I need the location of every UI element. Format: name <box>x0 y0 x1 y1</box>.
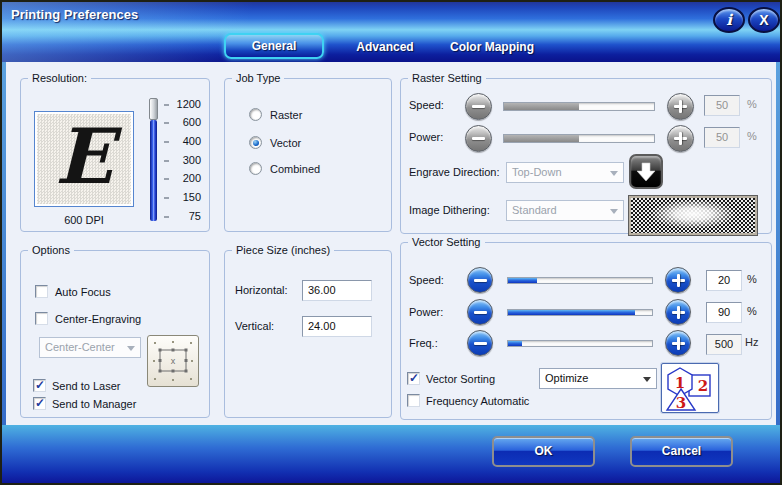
checkbox-send-to-laser[interactable] <box>33 379 46 392</box>
svg-text:2: 2 <box>698 377 708 395</box>
svg-text:1: 1 <box>675 374 685 392</box>
vector-freq-plus-button[interactable] <box>665 330 691 356</box>
radio-button[interactable] <box>249 108 262 121</box>
dpi-label: 600 DPI <box>34 214 134 226</box>
group-vector-setting: Vector Setting Speed: 20 % Power: 90 % F… <box>400 242 772 420</box>
dropdown-arrow-icon <box>610 209 618 218</box>
vector-freq-slider[interactable] <box>507 340 653 347</box>
tab-color-mapping[interactable]: Color Mapping <box>436 40 548 55</box>
group-resolution: Resolution: E 600 DPI 1200 600 400 300 2… <box>20 78 210 232</box>
checkbox-frequency-automatic[interactable] <box>407 394 420 407</box>
engrave-direction-button[interactable] <box>629 154 663 189</box>
raster-power-minus-button <box>465 125 492 152</box>
frequency-automatic-label: Frequency Automatic <box>426 395 529 407</box>
titlebar: Printing Preferences i X General Advance… <box>0 0 782 62</box>
logo-letter: E <box>55 112 113 201</box>
down-arrow-icon <box>634 160 658 184</box>
unit-label: % <box>747 305 757 317</box>
checkbox-auto-focus[interactable] <box>35 285 48 298</box>
tab-general[interactable]: General <box>224 33 324 59</box>
raster-power-value: 50 <box>704 127 740 148</box>
vector-speed-plus-button[interactable] <box>665 267 691 293</box>
engraving-position-button[interactable]: x <box>147 335 199 387</box>
radio-button[interactable] <box>249 162 262 175</box>
image-dithering-select: Standard <box>506 200 624 221</box>
printing-preferences-window: Printing Preferences i X General Advance… <box>0 0 782 485</box>
slider-fill <box>508 310 635 315</box>
radio-vector[interactable]: Vector <box>249 136 301 149</box>
tick-label: 200 <box>151 172 201 184</box>
center-engraving-label: Center-Engraving <box>55 313 141 325</box>
vector-sort-order-icon: 1 2 3 <box>662 364 718 412</box>
dropdown-arrow-icon <box>643 377 651 386</box>
raster-power-plus-button <box>667 125 694 152</box>
group-title: Raster Setting <box>408 72 486 84</box>
radio-label: Raster <box>270 109 302 121</box>
cancel-button[interactable]: Cancel <box>630 436 733 467</box>
checkbox-send-to-manager[interactable] <box>33 397 46 410</box>
send-to-laser-label: Send to Laser <box>52 380 121 392</box>
svg-text:x: x <box>171 356 176 366</box>
selected-option: Center-Center <box>45 341 115 353</box>
raster-speed-minus-button <box>465 93 492 120</box>
close-button[interactable]: X <box>748 7 780 33</box>
svg-text:3: 3 <box>676 394 686 412</box>
raster-speed-plus-button <box>667 93 694 120</box>
vector-speed-label: Speed: <box>409 274 444 286</box>
vector-freq-minus-button[interactable] <box>467 330 493 356</box>
content-panel: Resolution: E 600 DPI 1200 600 400 300 2… <box>6 62 776 425</box>
vector-speed-value[interactable]: 20 <box>706 270 742 291</box>
radio-combined[interactable]: Combined <box>249 162 320 175</box>
auto-focus-label: Auto Focus <box>55 286 111 298</box>
tab-label: General <box>252 39 297 53</box>
close-icon: X <box>759 12 768 28</box>
dropdown-arrow-icon <box>610 171 618 180</box>
vector-power-minus-button[interactable] <box>467 299 493 325</box>
unit-label: % <box>747 130 757 142</box>
vector-speed-slider[interactable] <box>507 277 653 284</box>
group-options: Options Auto Focus Center-Engraving Cent… <box>20 250 210 418</box>
ok-button[interactable]: OK <box>492 436 595 467</box>
vector-power-plus-button[interactable] <box>665 299 691 325</box>
vertical-input[interactable]: 24.00 <box>302 316 372 337</box>
raster-power-label: Power: <box>409 131 443 143</box>
sorting-mode-select[interactable]: Optimize <box>539 368 657 389</box>
send-to-manager-label: Send to Manager <box>52 398 136 410</box>
vector-freq-value[interactable]: 500 <box>706 334 742 355</box>
raster-speed-label: Speed: <box>409 99 444 111</box>
checkbox-center-engraving[interactable] <box>35 312 48 325</box>
vector-speed-minus-button[interactable] <box>467 267 493 293</box>
group-title: Job Type <box>232 72 284 84</box>
selected-option: Top-Down <box>512 166 562 178</box>
vector-power-label: Power: <box>409 306 443 318</box>
selected-option: Standard <box>512 204 557 216</box>
tab-label: Advanced <box>356 40 413 54</box>
radio-label: Vector <box>270 137 301 149</box>
vector-sorting-label: Vector Sorting <box>426 373 495 385</box>
group-job-type: Job Type Raster Vector Combined <box>224 78 392 232</box>
info-button[interactable]: i <box>713 7 745 33</box>
vector-power-slider[interactable] <box>507 309 653 316</box>
horizontal-input[interactable]: 36.00 <box>302 280 372 301</box>
checkbox-vector-sorting[interactable] <box>407 372 420 385</box>
vector-power-value[interactable]: 90 <box>706 302 742 323</box>
group-piece-size: Piece Size (inches) Horizontal: 36.00 Ve… <box>224 250 392 418</box>
tick-label: 1200 <box>151 98 201 110</box>
radio-raster[interactable]: Raster <box>249 108 302 121</box>
vector-sort-order-button[interactable]: 1 2 3 <box>661 363 719 413</box>
tab-advanced[interactable]: Advanced <box>343 40 427 55</box>
dithering-preview <box>629 196 757 235</box>
unit-label: % <box>747 98 757 110</box>
group-title: Piece Size (inches) <box>232 244 334 256</box>
radio-button[interactable] <box>249 136 262 149</box>
radio-label: Combined <box>270 163 320 175</box>
group-title: Vector Setting <box>408 236 485 248</box>
unit-label: % <box>747 273 757 285</box>
raster-speed-slider <box>503 102 655 111</box>
slider-fill <box>508 341 522 346</box>
raster-speed-value: 50 <box>704 95 740 116</box>
slider-fill <box>504 135 579 142</box>
selected-option: Optimize <box>545 372 588 384</box>
unit-label: Hz <box>745 336 758 348</box>
engrave-direction-select: Top-Down <box>506 162 624 183</box>
